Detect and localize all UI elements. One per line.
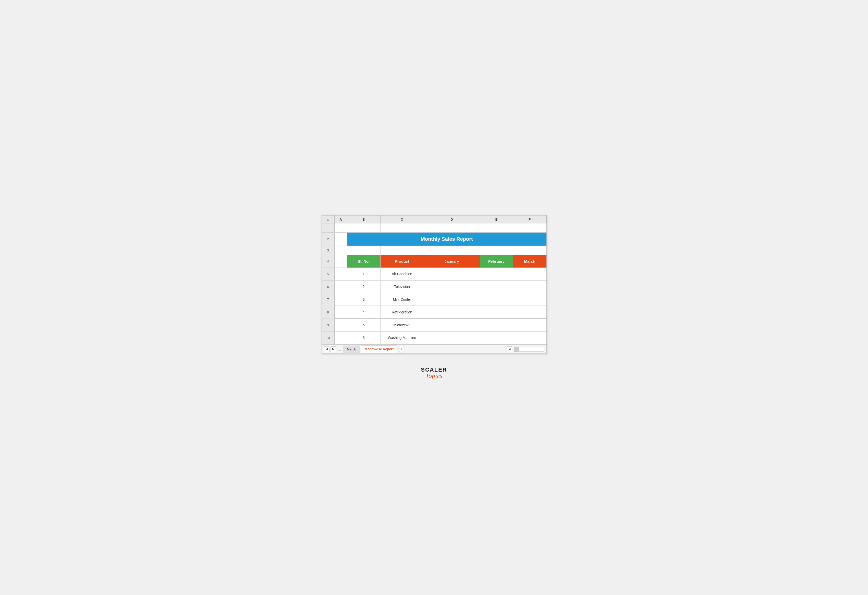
row-1: 1 <box>322 224 546 233</box>
tab-overflow-menu[interactable]: ... <box>337 347 342 351</box>
cell-5d-jan[interactable] <box>424 268 480 280</box>
col-header-e[interactable]: E <box>480 215 513 223</box>
row-2: 2 Monthly Sales Report <box>322 233 546 246</box>
row-num-7: 7 <box>322 293 335 306</box>
cell-8e-feb[interactable] <box>480 306 513 318</box>
cell-9f-mar[interactable] <box>513 319 546 331</box>
cell-5a[interactable] <box>335 268 347 280</box>
cell-5c-product[interactable]: Air Condition <box>381 268 424 280</box>
corner-cell: ▲ <box>322 215 335 223</box>
cell-9e-feb[interactable] <box>480 319 513 331</box>
cell-8f-mar[interactable] <box>513 306 546 318</box>
row-num-9: 9 <box>322 319 335 331</box>
cell-1d[interactable] <box>424 224 480 232</box>
row-9: 9 5 Microwave <box>322 319 546 331</box>
row-5: 5 1 Air Condition <box>322 268 546 281</box>
cell-2a[interactable] <box>335 233 347 246</box>
cell-7f-mar[interactable] <box>513 293 546 306</box>
cell-6f-mar[interactable] <box>513 281 546 293</box>
cell-7e-feb[interactable] <box>480 293 513 306</box>
cell-1c[interactable] <box>381 224 424 232</box>
cell-8a[interactable] <box>335 306 347 318</box>
cell-9b-slno[interactable]: 5 <box>347 319 381 331</box>
horizontal-scrollbar[interactable] <box>514 347 545 352</box>
tab-nav-right[interactable]: ▶ <box>331 346 336 352</box>
header-february[interactable]: February <box>480 255 513 268</box>
col-header-d[interactable]: D <box>424 215 480 223</box>
scroll-thumb <box>514 347 519 352</box>
cell-5b-slno[interactable]: 1 <box>347 268 381 280</box>
row-num-3: 3 <box>322 246 335 255</box>
header-product[interactable]: Product <box>381 255 424 268</box>
cell-9a[interactable] <box>335 319 347 331</box>
tab-monthwise-report[interactable]: Monthwise Report <box>361 345 397 353</box>
cell-10a[interactable] <box>335 331 347 344</box>
logo-topics-text: Topics <box>425 372 443 380</box>
cell-8b-slno[interactable]: 4 <box>347 306 381 318</box>
cell-7b-slno[interactable]: 3 <box>347 293 381 306</box>
col-header-b[interactable]: B <box>347 215 381 223</box>
header-january[interactable]: January <box>424 255 480 268</box>
cell-7d-jan[interactable] <box>424 293 480 306</box>
cell-6a[interactable] <box>335 281 347 293</box>
cell-5e-feb[interactable] <box>480 268 513 280</box>
tab-march[interactable]: March <box>343 346 360 353</box>
cell-3c[interactable] <box>381 246 424 255</box>
row-3: 3 <box>322 246 546 255</box>
tab-nav-left[interactable]: ◀ <box>324 346 329 352</box>
tab-separator: ⋮ <box>501 347 505 352</box>
header-march[interactable]: March <box>513 255 546 268</box>
row-7: 7 3 Mini Cooler <box>322 293 546 306</box>
row-10: 10 6 Washing Machine <box>322 331 546 344</box>
cell-8d-jan[interactable] <box>424 306 480 318</box>
row-num-6: 6 <box>322 281 335 293</box>
row-num-8: 8 <box>322 306 335 318</box>
cell-1f[interactable] <box>513 224 546 232</box>
cell-10c-product[interactable]: Washing Machine <box>381 331 424 344</box>
cell-3b[interactable] <box>347 246 381 255</box>
logo-section: SCALER Topics <box>421 367 447 380</box>
row-6: 6 2 Television <box>322 281 546 293</box>
cell-9c-product[interactable]: Microwave <box>381 319 424 331</box>
row-4-headers: 4 Sl. No. Product January February March <box>322 255 546 268</box>
report-title: Monthly Sales Report <box>347 233 546 246</box>
row-8: 8 4 Refrigeration <box>322 306 546 319</box>
col-header-c[interactable]: C <box>381 215 424 223</box>
cell-3e[interactable] <box>480 246 513 255</box>
cell-6b-slno[interactable]: 2 <box>347 281 381 293</box>
cell-7c-product[interactable]: Mini Cooler <box>381 293 424 306</box>
cell-3d[interactable] <box>424 246 480 255</box>
cell-6e-feb[interactable] <box>480 281 513 293</box>
cell-10d-jan[interactable] <box>424 331 480 344</box>
cell-9d-jan[interactable] <box>424 319 480 331</box>
tabs-bar: ◀ ▶ ... March Monthwise Report + ⋮ ◀ <box>322 344 546 353</box>
cell-6d-jan[interactable] <box>424 281 480 293</box>
cell-4a[interactable] <box>335 255 347 268</box>
cell-1e[interactable] <box>480 224 513 232</box>
cell-5f-mar[interactable] <box>513 268 546 280</box>
row-num-1: 1 <box>322 224 335 232</box>
header-sl-no[interactable]: Sl. No. <box>347 255 381 268</box>
tab-add-button[interactable]: + <box>399 346 405 352</box>
column-headers-row: ▲ A B C D E F <box>322 215 546 224</box>
cell-3a[interactable] <box>335 246 347 255</box>
cell-8c-product[interactable]: Refrigeration <box>381 306 424 318</box>
cell-10e-feb[interactable] <box>480 331 513 344</box>
cell-7a[interactable] <box>335 293 347 306</box>
row-num-10: 10 <box>322 331 335 344</box>
row-num-4: 4 <box>322 255 335 268</box>
col-header-f[interactable]: F <box>513 215 546 223</box>
col-header-a[interactable]: A <box>335 215 347 223</box>
spreadsheet: ▲ A B C D E F 1 2 Monthly Sales Report 3… <box>322 215 547 354</box>
cell-10b-slno[interactable]: 6 <box>347 331 381 344</box>
scroll-left-btn[interactable]: ◀ <box>506 346 512 352</box>
cell-6c-product[interactable]: Television <box>381 281 424 293</box>
row-num-5: 5 <box>322 268 335 280</box>
cell-3f[interactable] <box>513 246 546 255</box>
cell-10f-mar[interactable] <box>513 331 546 344</box>
row-num-2: 2 <box>322 233 335 246</box>
cell-1a[interactable] <box>335 224 347 232</box>
tabs-right-controls: ⋮ ◀ <box>501 346 545 352</box>
cell-1b[interactable] <box>347 224 381 232</box>
